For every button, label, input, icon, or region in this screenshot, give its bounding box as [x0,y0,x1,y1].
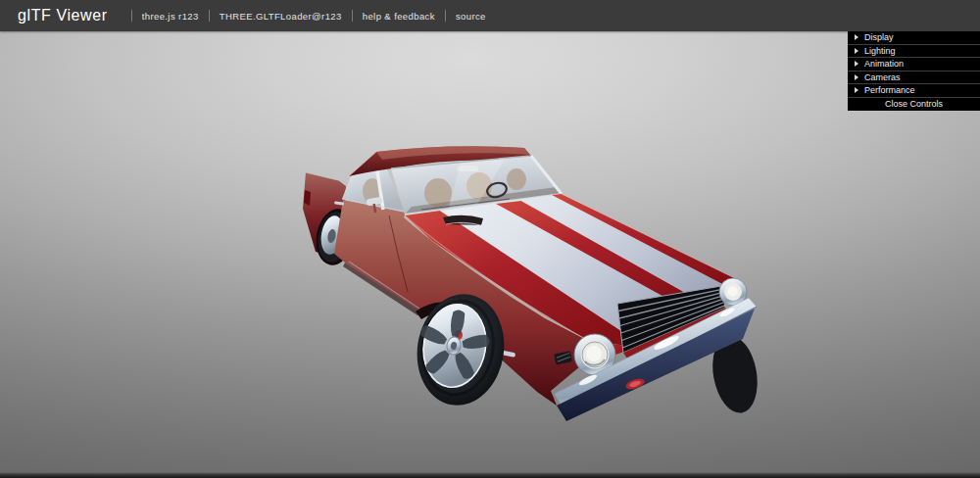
gui-folder-animation[interactable]: Animation [848,58,980,72]
folder-arrow-icon [855,61,858,67]
folder-arrow-icon [855,48,858,54]
gui-folder-display[interactable]: Display [848,31,980,45]
folder-label: Display [864,32,894,42]
folder-arrow-icon [855,74,858,80]
header-bar: glTF Viewer three.js r123 THREE.GLTFLoad… [0,0,980,31]
nav-link-help-feedback[interactable]: help & feedback [363,11,435,22]
gui-folder-cameras[interactable]: Cameras [848,72,980,85]
nav-link-threejs[interactable]: three.js r123 [142,11,199,22]
nav-link-source[interactable]: source [456,11,486,22]
nav-separator [209,10,210,22]
controls-panel: Display Lighting Animation Cameras Perfo… [848,31,980,111]
close-controls-button[interactable]: Close Controls [848,98,980,112]
folder-label: Cameras [864,72,901,82]
gui-folder-performance[interactable]: Performance [848,84,980,98]
viewport-bottom-edge [0,472,980,478]
gui-folder-lighting[interactable]: Lighting [848,45,980,59]
nav-separator [131,10,132,22]
header-nav: three.js r123 THREE.GLTFLoader@r123 help… [122,10,486,22]
nav-link-gltfloader[interactable]: THREE.GLTFLoader@r123 [220,11,342,22]
folder-arrow-icon [855,34,858,40]
nav-separator [445,10,446,22]
folder-label: Animation [864,59,904,69]
folder-label: Performance [864,85,915,95]
viewport-3d[interactable] [0,31,980,478]
nav-separator [352,10,353,22]
app-title: glTF Viewer [18,7,108,24]
folder-arrow-icon [855,87,858,93]
folder-label: Lighting [864,46,896,56]
